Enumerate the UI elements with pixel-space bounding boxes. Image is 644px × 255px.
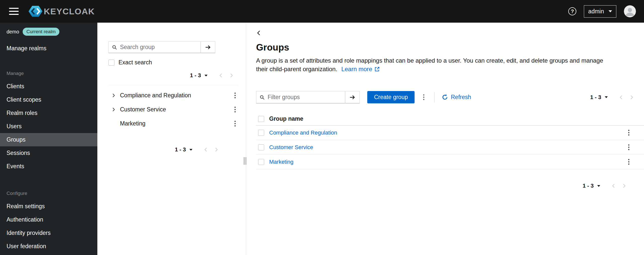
filter-groups-input[interactable]	[268, 94, 342, 101]
select-all-checkbox[interactable]	[258, 116, 264, 122]
nav-toggle-button[interactable]	[7, 4, 21, 18]
sidebar-item-realm-roles[interactable]: Realm roles	[0, 106, 97, 120]
tree-item-compliance-and-regulation: Compliance and Regulation	[108, 88, 238, 102]
table-pagination-bottom: 1 - 3	[256, 181, 644, 191]
sidebar-item-sessions[interactable]: Sessions	[0, 146, 97, 160]
table-pagination-top: 1 - 3	[590, 92, 637, 102]
chevron-down-icon	[609, 10, 612, 12]
kebab-menu-button[interactable]	[626, 128, 632, 138]
kebab-icon	[234, 107, 236, 108]
prev-page-button[interactable]	[616, 92, 626, 102]
search-group-input[interactable]	[120, 44, 197, 51]
prev-page-button[interactable]	[216, 70, 226, 80]
masthead-right: ? admin	[568, 5, 636, 18]
sidebar-item-clients[interactable]: Clients	[0, 80, 97, 93]
caret-down-icon	[189, 149, 192, 151]
chevron-right-icon	[111, 107, 116, 112]
sidebar-item-groups[interactable]: Groups	[0, 133, 97, 146]
sidebar-item-realm-settings[interactable]: Realm settings	[0, 200, 97, 213]
chevron-left-icon	[203, 147, 208, 152]
realm-name: demo	[7, 29, 19, 35]
sidebar-item-events[interactable]: Events	[0, 160, 97, 173]
chevron-left-icon	[611, 183, 616, 188]
help-button[interactable]: ?	[568, 7, 576, 15]
groups-toolbar: Create group Refresh 1 - 3	[256, 91, 644, 103]
toolbar-kebab-button[interactable]	[421, 92, 427, 102]
next-page-button[interactable]	[211, 145, 222, 155]
pagination-menu-toggle[interactable]: 1 - 3	[190, 72, 208, 79]
tree-item-label[interactable]: Customer Service	[120, 106, 232, 113]
exact-search-checkbox[interactable]	[108, 60, 114, 66]
group-link[interactable]: Marketing	[269, 159, 294, 165]
row-checkbox[interactable]	[258, 144, 264, 150]
panel-drag-handle[interactable]	[244, 157, 246, 165]
expand-toggle-button[interactable]	[109, 91, 118, 100]
current-realm-badge: Current realm	[23, 28, 59, 36]
caret-down-icon	[597, 185, 600, 187]
kebab-icon	[423, 94, 424, 96]
next-page-button[interactable]	[226, 70, 237, 80]
kebab-icon	[234, 93, 236, 94]
kebab-menu-button[interactable]	[232, 105, 238, 114]
sidebar-nav: demo Current realm Manage realms Manage …	[0, 23, 97, 255]
filter-submit-button[interactable]	[345, 91, 360, 103]
next-page-button[interactable]	[619, 181, 629, 191]
kebab-menu-button[interactable]	[626, 142, 632, 152]
prev-page-button[interactable]	[200, 145, 211, 155]
sidebar-item-manage-realms[interactable]: Manage realms	[0, 42, 97, 55]
sidebar-section-manage: Manage Clients Client scopes Realm roles…	[0, 71, 97, 173]
sidebar-section-configure: Configure Realm settings Authentication …	[0, 191, 97, 253]
search-submit-button[interactable]	[201, 41, 215, 53]
arrow-right-icon	[205, 44, 211, 50]
groups-table: Group name Compliance and Regulation Cus…	[256, 112, 644, 169]
avatar[interactable]	[624, 5, 636, 17]
kebab-menu-button[interactable]	[232, 119, 238, 129]
sidebar-item-user-federation[interactable]: User federation	[0, 240, 97, 253]
sidebar-item-users[interactable]: Users	[0, 120, 97, 133]
group-search-input-wrap	[108, 41, 201, 53]
next-page-button[interactable]	[626, 92, 637, 102]
pagination-menu-toggle[interactable]: 1 - 3	[175, 146, 192, 153]
tree-item-label[interactable]: Marketing	[120, 120, 232, 127]
pagination-menu-toggle[interactable]: 1 - 3	[590, 94, 608, 101]
panel-split-divider[interactable]	[246, 14, 246, 255]
kebab-icon	[234, 121, 236, 122]
question-circle-icon: ?	[568, 7, 576, 15]
keycloak-logo: KEYCLOAK	[28, 4, 95, 19]
group-link[interactable]: Compliance and Regulation	[269, 130, 337, 136]
chevron-right-icon	[229, 73, 234, 78]
group-link[interactable]: Customer Service	[269, 144, 313, 151]
chevron-right-icon	[629, 95, 634, 100]
table-row: Marketing	[256, 155, 644, 169]
filter-input-wrap	[256, 91, 345, 103]
tree-item-customer-service: Customer Service	[108, 102, 238, 116]
chevron-right-icon	[622, 183, 627, 188]
kebab-icon	[628, 159, 629, 160]
toolbar-divider	[434, 92, 435, 103]
collapse-panel-button[interactable]	[255, 29, 263, 37]
chevron-left-icon	[256, 30, 262, 36]
sidebar-item-authentication[interactable]: Authentication	[0, 213, 97, 226]
current-realm[interactable]: demo Current realm	[0, 25, 97, 38]
pagination-menu-toggle[interactable]: 1 - 3	[583, 183, 600, 189]
refresh-button[interactable]: Refresh	[442, 94, 471, 101]
sidebar-item-identity-providers[interactable]: Identity providers	[0, 226, 97, 240]
groups-tree-panel: Exact search 1 - 3 Complian	[97, 23, 246, 255]
user-menu-dropdown[interactable]: admin	[584, 5, 616, 18]
row-checkbox[interactable]	[258, 130, 264, 136]
tree-item-marketing: Marketing	[108, 116, 238, 131]
learn-more-link[interactable]: Learn more	[341, 65, 380, 73]
row-checkbox[interactable]	[258, 159, 264, 165]
page-title: Groups	[256, 42, 644, 53]
column-header-group-name: Group name	[269, 115, 303, 122]
create-group-button[interactable]: Create group	[367, 91, 415, 103]
search-icon	[112, 45, 117, 50]
tree-item-label[interactable]: Compliance and Regulation	[120, 92, 232, 99]
kebab-menu-button[interactable]	[232, 91, 238, 100]
prev-page-button[interactable]	[608, 181, 619, 191]
external-link-icon	[374, 66, 380, 72]
exact-search-label: Exact search	[118, 59, 152, 66]
sidebar-item-client-scopes[interactable]: Client scopes	[0, 93, 97, 106]
expand-toggle-button[interactable]	[109, 105, 118, 114]
kebab-menu-button[interactable]	[626, 157, 632, 167]
